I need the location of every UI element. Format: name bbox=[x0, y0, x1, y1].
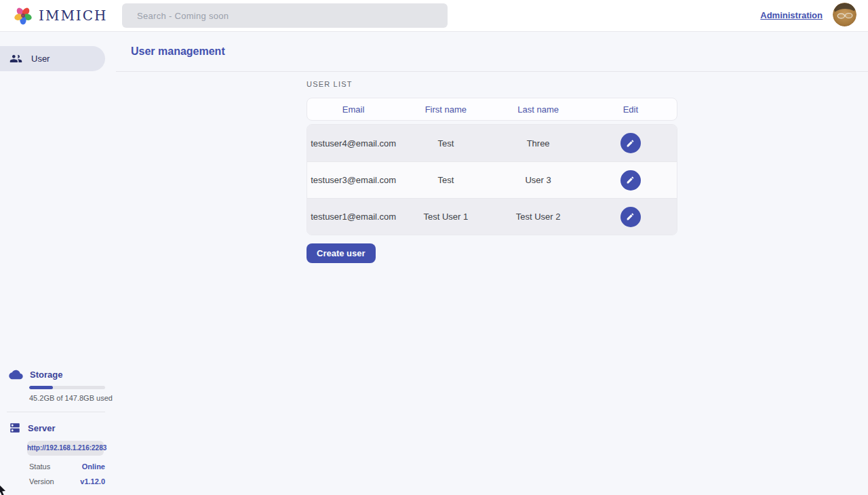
logo-text: IMMICH bbox=[39, 7, 108, 24]
table-row: testuser4@email.com Test Three bbox=[307, 125, 677, 161]
sidebar-divider bbox=[7, 412, 105, 412]
users-group-icon bbox=[9, 52, 22, 65]
pencil-icon bbox=[626, 176, 635, 184]
version-label: Version bbox=[29, 477, 54, 486]
immich-logo[interactable]: IMMICH bbox=[14, 5, 108, 26]
table-row: testuser3@email.com Test User 3 bbox=[307, 161, 677, 198]
status-label: Status bbox=[29, 462, 50, 471]
version-value: v1.12.0 bbox=[80, 477, 105, 486]
storage-progress-fill bbox=[29, 386, 53, 389]
edit-user-button[interactable] bbox=[620, 170, 641, 191]
cell-email: testuser4@email.com bbox=[307, 138, 399, 148]
status-value: Online bbox=[82, 462, 105, 471]
column-header-edit: Edit bbox=[585, 104, 677, 115]
cloud-icon bbox=[9, 369, 23, 380]
main-content: User management USER LIST Email First na… bbox=[116, 32, 868, 495]
user-table: testuser4@email.com Test Three testuser3… bbox=[307, 124, 677, 235]
sidebar: User Storage 45.2GB of 147.8GB used Serv… bbox=[0, 32, 116, 495]
pencil-icon bbox=[626, 212, 635, 221]
cell-email: testuser1@email.com bbox=[307, 212, 399, 222]
server-section-header: Server bbox=[9, 421, 116, 435]
page-title: User management bbox=[131, 45, 225, 58]
storage-progress-track bbox=[29, 386, 105, 389]
table-header-row: Email First name Last name Edit bbox=[307, 98, 677, 121]
edit-user-button[interactable] bbox=[620, 207, 641, 227]
cell-email: testuser3@email.com bbox=[307, 175, 399, 185]
cell-first-name: Test bbox=[399, 138, 492, 148]
administration-link[interactable]: Administration bbox=[760, 10, 823, 20]
storage-section-header: Storage bbox=[9, 368, 116, 381]
user-avatar[interactable] bbox=[833, 3, 856, 26]
cell-last-name: Test User 2 bbox=[492, 212, 585, 222]
cell-first-name: Test bbox=[399, 175, 492, 185]
section-label: USER LIST bbox=[307, 80, 677, 88]
page-header: User management bbox=[116, 32, 868, 72]
table-row: testuser1@email.com Test User 1 Test Use… bbox=[307, 198, 677, 235]
cell-first-name: Test User 1 bbox=[399, 212, 492, 222]
sidebar-item-label: User bbox=[31, 54, 50, 64]
server-icon bbox=[9, 422, 21, 434]
column-header-first-name: First name bbox=[399, 104, 492, 115]
sidebar-footer: Storage 45.2GB of 147.8GB used Server ht… bbox=[0, 368, 116, 486]
create-user-button[interactable]: Create user bbox=[307, 243, 376, 263]
server-title: Server bbox=[28, 423, 55, 433]
topbar: IMMICH Administration bbox=[0, 0, 868, 32]
flower-icon bbox=[14, 6, 33, 25]
cell-last-name: Three bbox=[492, 138, 585, 148]
edit-user-button[interactable] bbox=[620, 133, 641, 153]
version-row: Version v1.12.0 bbox=[29, 477, 105, 486]
storage-usage-text: 45.2GB of 147.8GB used bbox=[29, 394, 116, 402]
storage-title: Storage bbox=[30, 370, 62, 380]
server-url-badge: http://192.168.1.216:2283 bbox=[27, 441, 104, 456]
status-row: Status Online bbox=[29, 462, 105, 471]
cell-last-name: User 3 bbox=[492, 175, 585, 185]
column-header-email: Email bbox=[307, 104, 399, 115]
column-header-last-name: Last name bbox=[492, 104, 585, 115]
user-list-section: USER LIST Email First name Last name Edi… bbox=[307, 80, 677, 263]
sidebar-item-user[interactable]: User bbox=[0, 46, 105, 71]
search-input[interactable] bbox=[122, 3, 448, 28]
pencil-icon bbox=[626, 139, 635, 148]
